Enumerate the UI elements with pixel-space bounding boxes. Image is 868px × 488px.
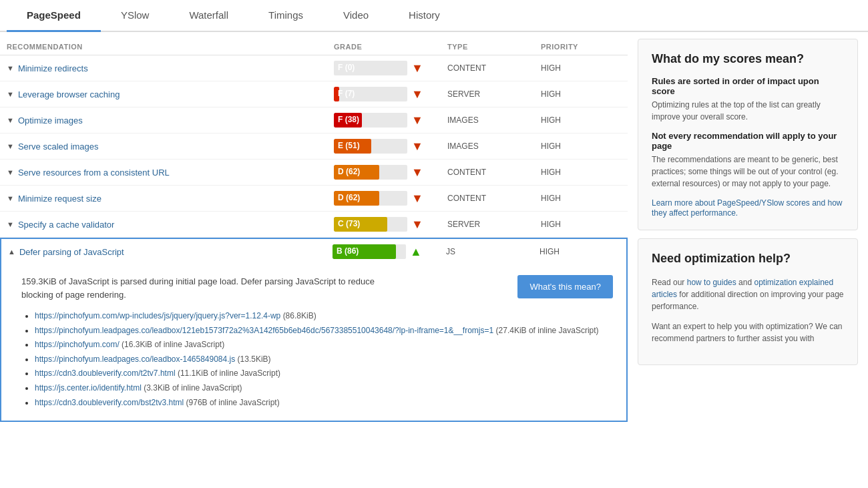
grade-cell: D (62) ▼ <box>334 165 447 180</box>
whats-mean-button[interactable]: What's this mean? <box>517 275 613 298</box>
grade-bar: F (38) <box>334 113 407 128</box>
js-links-list: https://pinchofyum.com/wp-includes/js/jq… <box>21 309 613 410</box>
rule-priority: HIGH <box>541 194 621 203</box>
rules-list: ▼ Minimize redirects F (0) ▼ CONTENT HIG… <box>0 55 628 422</box>
help-text1-mid: and <box>736 278 754 287</box>
col-priority: PRIORITY <box>541 43 621 51</box>
grade-arrow-icon: ▼ <box>411 61 423 75</box>
col-recommendation: RECOMMENDATION <box>7 43 334 51</box>
rule-row: ▼ Specify a cache validator C (73) ▼ SER… <box>0 212 628 238</box>
toggle-arrow[interactable]: ▼ <box>7 90 14 98</box>
tab-pagespeed[interactable]: PageSpeed <box>7 0 101 32</box>
rule-row: ▼ Minimize request size D (62) ▼ CONTENT… <box>0 186 628 212</box>
col-grade: GRADE <box>334 43 447 51</box>
rule-label: ▼ Optimize images <box>7 115 334 126</box>
toggle-arrow[interactable]: ▼ <box>7 220 14 228</box>
toggle-arrow[interactable]: ▼ <box>7 64 14 72</box>
rule-label: ▼ Serve resources from a consistent URL <box>7 168 334 178</box>
optimization-help-card: Need optimization help? Read our how to … <box>638 238 858 364</box>
rule-link[interactable]: Specify a cache validator <box>18 220 115 230</box>
main-layout: RECOMMENDATION GRADE TYPE PRIORITY ▼ Min… <box>0 32 868 423</box>
rule-row: ▼ Serve resources from a consistent URL … <box>0 160 628 186</box>
scores-section1-text: Optimizing rules at the top of the list … <box>652 99 844 123</box>
tabs-bar: PageSpeed YSlow Waterfall Timings Video … <box>0 0 868 32</box>
rule-expanded-detail: 159.3KiB of JavaScript is parsed during … <box>0 264 628 422</box>
rule-link[interactable]: Serve resources from a consistent URL <box>18 168 170 178</box>
rule-type: IMAGES <box>447 142 541 151</box>
rule-link[interactable]: Serve scaled images <box>18 142 99 152</box>
rule-row: ▼ Minimize redirects F (0) ▼ CONTENT HIG… <box>0 55 628 81</box>
rule-priority: HIGH <box>541 168 621 177</box>
link-suffix: (976B of inline JavaScript) <box>186 398 280 407</box>
js-link[interactable]: https://pinchofyum.leadpages.co/leadbox-… <box>35 354 235 364</box>
how-to-guides-link[interactable]: how to guides <box>687 278 736 287</box>
grade-arrow-up-icon: ▲ <box>410 245 422 259</box>
link-suffix: (3.3KiB of inline JavaScript) <box>144 383 242 393</box>
rule-row: ▼ Leverage browser caching F (7) ▼ SERVE… <box>0 81 628 107</box>
toggle-arrow-up[interactable]: ▲ <box>8 248 15 256</box>
link-suffix: (13.5KiB) <box>238 354 271 364</box>
grade-bar: F (7) <box>334 87 407 101</box>
tab-yslow[interactable]: YSlow <box>101 0 170 32</box>
toggle-arrow[interactable]: ▼ <box>7 194 14 202</box>
list-item: https://pinchofyum.leadpages.co/leadbox/… <box>35 324 613 338</box>
rule-label: ▼ Minimize request size <box>7 194 334 204</box>
scores-learn-more-link[interactable]: Learn more about PageSpeed/YSlow scores … <box>652 198 843 218</box>
column-headers: RECOMMENDATION GRADE TYPE PRIORITY <box>0 39 628 55</box>
toggle-arrow[interactable]: ▼ <box>7 168 14 176</box>
grade-bar: D (62) <box>334 191 407 206</box>
rule-link[interactable]: Minimize redirects <box>18 63 88 73</box>
grade-label: D (62) <box>338 167 360 176</box>
rule-link[interactable]: Minimize request size <box>18 194 101 204</box>
list-item: https://js.center.io/identify.html (3.3K… <box>35 381 613 396</box>
toggle-arrow[interactable]: ▼ <box>7 142 14 150</box>
list-item: https://pinchofyum.com/ (16.3KiB of inli… <box>35 338 613 352</box>
expanded-text: 159.3KiB of JavaScript is parsed during … <box>21 275 409 301</box>
grade-cell: E (51) ▼ <box>334 139 447 154</box>
rule-type: CONTENT <box>447 194 541 203</box>
list-item: https://pinchofyum.com/wp-includes/js/jq… <box>35 309 613 324</box>
rule-type: CONTENT <box>447 168 541 177</box>
link-suffix: (16.3KiB of inline JavaScript) <box>122 340 224 349</box>
grade-arrow-icon: ▼ <box>411 140 423 154</box>
rule-type: SERVER <box>447 220 541 229</box>
grade-bar: C (73) <box>334 217 407 232</box>
grade-cell: C (73) ▼ <box>334 217 447 232</box>
grade-label: C (73) <box>338 219 360 228</box>
rule-label: ▼ Specify a cache validator <box>7 220 334 230</box>
list-item: https://pinchofyum.leadpages.co/leadbox-… <box>35 352 613 367</box>
list-item: https://cdn3.doubleverify.com/bst2tv3.ht… <box>35 396 613 411</box>
tab-video[interactable]: Video <box>323 0 389 32</box>
toggle-arrow[interactable]: ▼ <box>7 116 14 124</box>
tab-timings[interactable]: Timings <box>248 0 323 32</box>
js-link[interactable]: https://pinchofyum.com/ <box>35 340 120 349</box>
rule-link[interactable]: Optimize images <box>18 115 83 126</box>
scores-info-card: What do my scores mean? Rules are sorted… <box>638 39 858 230</box>
rule-label: ▼ Serve scaled images <box>7 142 334 152</box>
grade-arrow-icon: ▼ <box>411 218 423 232</box>
grade-label: D (62) <box>338 193 360 202</box>
tab-waterfall[interactable]: Waterfall <box>169 0 248 32</box>
scores-section2-text: The recommendations are meant to be gene… <box>652 154 844 190</box>
grade-cell: F (0) ▼ <box>334 61 447 75</box>
grade-bar: D (62) <box>334 165 407 180</box>
left-panel: RECOMMENDATION GRADE TYPE PRIORITY ▼ Min… <box>0 32 628 423</box>
scores-card-title: What do my scores mean? <box>652 51 844 67</box>
col-type: TYPE <box>447 43 541 51</box>
js-link[interactable]: https://js.center.io/identify.html <box>35 383 142 393</box>
grade-cell: F (38) ▼ <box>334 113 447 128</box>
grade-arrow-icon: ▼ <box>411 113 423 128</box>
js-link[interactable]: https://pinchofyum.com/wp-includes/js/jq… <box>35 311 280 320</box>
grade-arrow-icon: ▼ <box>411 192 423 206</box>
js-link[interactable]: https://cdn3.doubleverify.com/t2tv7.html <box>35 369 176 378</box>
grade-label: F (38) <box>338 115 359 124</box>
rule-priority: HIGH <box>541 142 621 151</box>
js-link[interactable]: https://pinchofyum.leadpages.co/leadbox/… <box>35 326 493 335</box>
rule-priority: HIGH <box>541 63 621 73</box>
scores-section1-heading: Rules are sorted in order of impact upon… <box>652 76 844 96</box>
rule-link[interactable]: Leverage browser caching <box>18 89 120 99</box>
rule-link[interactable]: Defer parsing of JavaScript <box>19 247 124 257</box>
tab-history[interactable]: History <box>389 0 460 32</box>
js-link[interactable]: https://cdn3.doubleverify.com/bst2tv3.ht… <box>35 398 184 407</box>
help-card-text1: Read our how to guides and optimization … <box>652 276 844 312</box>
